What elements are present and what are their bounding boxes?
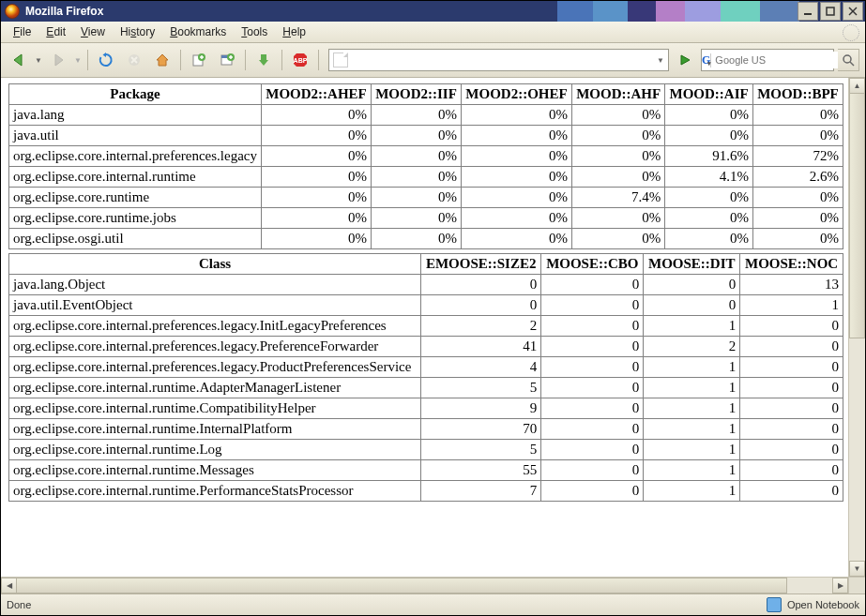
cell-value: 0% — [372, 126, 461, 145]
row-label: java.util.EventObject — [9, 295, 420, 315]
table-row: org.eclipse.core.internal.runtime.Log501… — [9, 440, 843, 459]
cell-value: 0% — [262, 208, 371, 228]
cell-value: 0 — [541, 316, 643, 336]
row-label: org.eclipse.core.internal.runtime.Log — [9, 440, 420, 459]
row-label: org.eclipse.core.internal.runtime.Intern… — [9, 419, 420, 439]
new-tab-button[interactable] — [187, 48, 211, 72]
menu-bookmarks[interactable]: Bookmarks — [163, 23, 233, 40]
cell-value: 0 — [644, 275, 739, 294]
cell-value: 0 — [740, 481, 843, 501]
menu-edit[interactable]: Edit — [39, 23, 72, 40]
go-button[interactable] — [676, 50, 694, 70]
search-bar[interactable]: G — [701, 49, 834, 71]
column-header: Package — [9, 84, 261, 104]
new-window-button[interactable] — [215, 48, 239, 72]
vertical-scrollbar[interactable]: ▲ ▼ — [848, 78, 865, 577]
cell-value: 1 — [644, 316, 739, 336]
maximize-button[interactable] — [820, 2, 841, 21]
table-row: java.lang.Object00013 — [9, 275, 843, 294]
row-label: org.eclipse.core.internal.preferences.le… — [9, 337, 420, 356]
downloads-button[interactable] — [251, 48, 276, 72]
cell-value: 0 — [740, 398, 843, 418]
cell-value: 1 — [644, 419, 739, 439]
scroll-thumb-h[interactable] — [16, 578, 787, 593]
search-input[interactable] — [711, 52, 848, 68]
cell-value: 1 — [644, 481, 739, 501]
forward-button[interactable] — [46, 48, 70, 72]
cell-value: 1 — [644, 398, 739, 418]
table-row: org.eclipse.core.internal.runtime.Messag… — [9, 460, 843, 480]
cell-value: 2 — [421, 316, 540, 336]
cell-value: 0% — [372, 105, 461, 125]
url-dropdown[interactable]: ▼ — [653, 56, 668, 65]
menu-file[interactable]: File — [7, 23, 38, 40]
cell-value: 0 — [541, 275, 643, 294]
firefox-window: Mozilla Firefox File Edit View History B… — [0, 0, 866, 616]
cell-value: 5 — [421, 378, 540, 398]
row-label: java.lang — [9, 105, 261, 125]
search-button[interactable] — [838, 49, 859, 71]
table-row: java.util0%0%0%0%0%0% — [9, 126, 843, 145]
horizontal-scrollbar[interactable]: ◀ ▶ — [1, 577, 848, 593]
table-row: org.eclipse.core.runtime0%0%0%7.4%0%0% — [9, 188, 843, 207]
firefox-icon — [5, 4, 20, 19]
svg-rect-1 — [827, 8, 834, 15]
status-right-text[interactable]: Open Notebook — [787, 599, 859, 610]
scroll-thumb-v[interactable] — [849, 93, 865, 338]
table-row: org.eclipse.core.internal.runtime.Perfor… — [9, 481, 843, 501]
cell-value: 0 — [541, 398, 643, 418]
url-bar[interactable]: ▼ — [328, 49, 669, 71]
statusbar: Done Open Notebook — [1, 593, 865, 615]
adblock-button[interactable]: ABP — [288, 48, 312, 72]
titlebar[interactable]: Mozilla Firefox — [1, 1, 865, 22]
scroll-left-arrow[interactable]: ◀ — [1, 578, 17, 593]
row-label: org.eclipse.core.internal.runtime.Messag… — [9, 460, 420, 480]
cell-value: 0% — [665, 105, 752, 125]
home-button[interactable] — [150, 48, 175, 72]
toolbar: ▼ ▼ ABP ▼ G — [1, 43, 865, 78]
menu-help[interactable]: Help — [276, 23, 312, 40]
table-row: org.eclipse.core.internal.preferences.le… — [9, 316, 843, 336]
package-table: PackageMOOD2::AHEFMOOD2::IIFMOOD2::OHEFM… — [8, 83, 843, 249]
table-row: org.eclipse.core.internal.runtime0%0%0%0… — [9, 167, 843, 187]
column-header: MOOD2::AHEF — [262, 84, 371, 104]
minimize-button[interactable] — [798, 2, 818, 21]
svg-line-26 — [850, 62, 854, 66]
activity-icon — [843, 24, 859, 41]
stop-button[interactable] — [122, 48, 146, 72]
viewport[interactable]: PackageMOOD2::AHEFMOOD2::IIFMOOD2::OHEFM… — [1, 78, 848, 577]
svg-marker-10 — [157, 54, 168, 66]
cell-value: 0% — [462, 167, 571, 187]
svg-marker-4 — [14, 54, 22, 66]
cell-value: 2 — [644, 337, 739, 356]
menu-view[interactable]: View — [74, 23, 112, 40]
notebook-icon[interactable] — [767, 597, 782, 612]
url-input[interactable] — [352, 52, 653, 68]
search-engine-icon[interactable]: G — [702, 53, 711, 68]
cell-value: 1 — [644, 357, 739, 377]
column-header: EMOOSE::SIZE2 — [421, 254, 540, 274]
table-row: org.eclipse.core.internal.preferences.le… — [9, 146, 843, 166]
cell-value: 0 — [740, 357, 843, 377]
cell-value: 1 — [644, 440, 739, 459]
scroll-up-arrow[interactable]: ▲ — [849, 78, 865, 94]
table-row: org.eclipse.core.internal.preferences.le… — [9, 357, 843, 377]
menu-history[interactable]: History — [114, 23, 161, 40]
cell-value: 0% — [462, 126, 571, 145]
cell-value: 0% — [572, 146, 664, 166]
cell-value: 0% — [572, 208, 664, 228]
cell-value: 1 — [740, 295, 843, 315]
cell-value: 0 — [541, 337, 643, 356]
table-row: org.eclipse.core.runtime.jobs0%0%0%0%0%0… — [9, 208, 843, 228]
close-button[interactable] — [843, 2, 863, 21]
cell-value: 2.6% — [753, 167, 843, 187]
scroll-right-arrow[interactable]: ▶ — [832, 578, 848, 593]
back-button[interactable] — [7, 48, 31, 72]
reload-button[interactable] — [94, 48, 118, 72]
cell-value: 0% — [262, 167, 371, 187]
svg-text:ABP: ABP — [293, 57, 307, 64]
scroll-down-arrow[interactable]: ▼ — [849, 561, 865, 577]
menu-tools[interactable]: Tools — [235, 23, 274, 40]
cell-value: 0% — [462, 146, 571, 166]
cell-value: 72% — [753, 146, 843, 166]
